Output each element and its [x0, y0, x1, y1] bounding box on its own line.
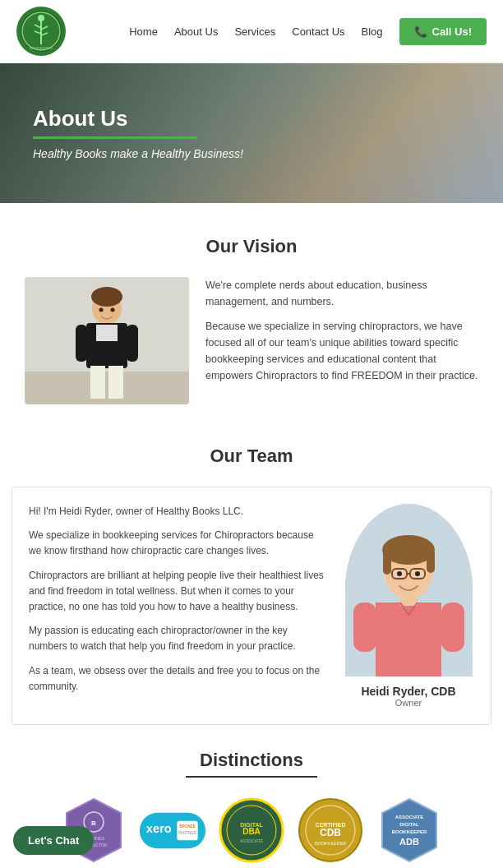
logo: BOOKKEEPER [16, 7, 66, 56]
team-box: Hi! I'm Heidi Ryder, owner of Healthy Bo… [12, 487, 491, 725]
svg-rect-17 [76, 325, 87, 362]
svg-rect-14 [96, 325, 118, 341]
nav-home[interactable]: Home [129, 25, 158, 38]
navbar: BOOKKEEPER Home About Us Services Contac… [0, 0, 503, 63]
team-member-role: Owner [395, 698, 422, 708]
svg-text:BOOKKEEPER: BOOKKEEPER [30, 46, 53, 50]
team-bio: Hi! I'm Heidi Ryder, owner of Healthy Bo… [29, 504, 326, 695]
bio-line-4: My passion is educating each chiropracto… [29, 623, 326, 654]
team-section: Our Team Hi! I'm Heidi Ryder, owner of H… [0, 429, 503, 725]
team-title: Our Team [0, 446, 503, 467]
svg-point-19 [99, 308, 104, 312]
badge-dba: DIGITAL DBA ASSOCIATE [219, 797, 284, 863]
svg-text:B: B [91, 820, 96, 827]
svg-rect-27 [427, 550, 435, 573]
distinctions-divider [186, 776, 317, 778]
chat-button[interactable]: Let's Chat [13, 826, 94, 855]
svg-rect-34 [441, 603, 464, 652]
vision-title: Our Vision [25, 236, 478, 257]
svg-rect-18 [127, 325, 138, 362]
vision-text: We're complete nerds about education, bu… [205, 277, 478, 384]
badge-adb: ASSOCIATE DIGITAL BOOKKEEPER ADB [376, 797, 442, 863]
nav-services[interactable]: Services [234, 25, 275, 38]
logo-area: BOOKKEEPER [16, 7, 66, 56]
svg-text:BRONZE: BRONZE [179, 824, 196, 829]
svg-rect-26 [383, 550, 391, 575]
badge-cdb: CERTIFIED CDB BOOKKEEPER [298, 797, 363, 863]
distinctions-title: Distinctions [16, 750, 487, 771]
svg-rect-16 [108, 366, 123, 399]
nav-about[interactable]: About Us [174, 25, 218, 38]
svg-rect-15 [90, 366, 105, 399]
phone-icon: 📞 [414, 25, 427, 38]
svg-text:CDB: CDB [320, 827, 341, 838]
vision-photo-inner [25, 277, 189, 404]
hero-subtitle: Healthy Books make a Healthy Business! [33, 147, 470, 160]
vision-photo [25, 277, 189, 404]
vision-para1: We're complete nerds about education, bu… [205, 277, 478, 310]
svg-text:BOOKKEEPER: BOOKKEEPER [392, 829, 427, 834]
svg-text:ASSOCIATE: ASSOCIATE [395, 815, 424, 820]
svg-text:ADB: ADB [399, 837, 419, 847]
svg-rect-33 [353, 603, 376, 652]
hero-title: About Us [33, 106, 470, 139]
svg-rect-42 [177, 820, 197, 839]
svg-point-20 [111, 308, 115, 312]
svg-point-12 [91, 287, 122, 307]
vision-section: Our Vision [0, 203, 503, 429]
svg-text:DIGITAL: DIGITAL [399, 822, 419, 827]
svg-point-32 [415, 571, 420, 576]
svg-text:xero: xero [146, 821, 172, 834]
vision-content: We're complete nerds about education, bu… [25, 277, 478, 404]
badge-xero: xero BRONZE PARTNER [140, 797, 205, 863]
nav-blog[interactable]: Blog [362, 25, 383, 38]
team-photo [345, 504, 473, 676]
bio-line-1: Hi! I'm Heidi Ryder, owner of Healthy Bo… [29, 504, 326, 519]
svg-text:DBA: DBA [242, 827, 261, 836]
bio-line-2: We specialize in bookkeeping services fo… [29, 528, 326, 559]
team-member-name: Heidi Ryder, CDB [361, 685, 455, 698]
nav-contact[interactable]: Contact Us [292, 25, 344, 38]
nav-links: Home About Us Services Contact Us Blog 📞… [129, 18, 487, 45]
hero-section: About Us Healthy Books make a Healthy Bu… [0, 63, 503, 203]
svg-text:ASSOCIATE: ASSOCIATE [240, 838, 264, 843]
bio-line-5: As a team, we obsess over the details an… [29, 663, 326, 695]
svg-point-7 [38, 15, 44, 21]
svg-rect-10 [25, 372, 189, 404]
svg-text:PARTNER: PARTNER [178, 831, 196, 835]
svg-point-31 [397, 571, 402, 576]
call-button[interactable]: 📞 Call Us! [399, 18, 487, 45]
vision-para2: Because we specialize in serving chiropr… [205, 318, 478, 384]
svg-text:BOOKKEEPER: BOOKKEEPER [315, 841, 346, 846]
team-photo-wrap: Heidi Ryder, CDB Owner [343, 504, 474, 708]
bio-line-3: Chiropractors are brilliant at helping p… [29, 568, 326, 616]
